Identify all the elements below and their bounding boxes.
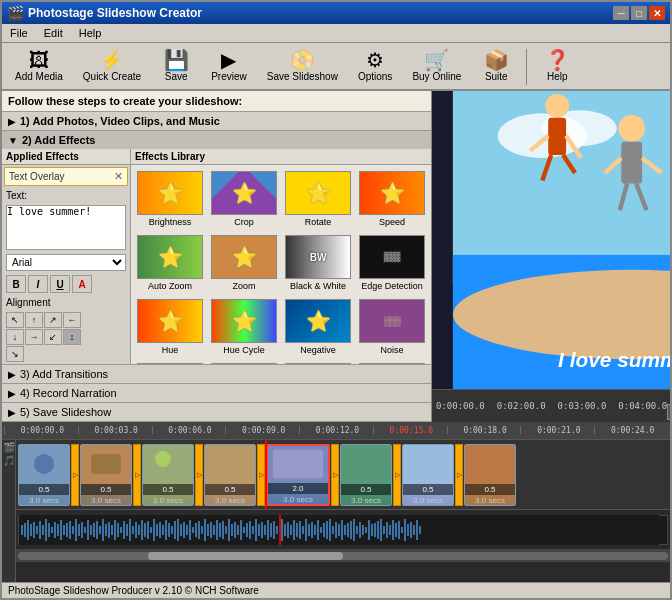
align-down[interactable]: ↓ (6, 329, 24, 345)
svg-rect-141 (332, 526, 334, 534)
clip-3[interactable]: 0.5 3.0 secs (142, 444, 194, 506)
save-button[interactable]: 💾 Save (154, 47, 198, 85)
preview-button[interactable]: ▶ Preview (204, 47, 254, 85)
step3-header[interactable]: ▶ 3) Add Transitions (2, 365, 431, 383)
step2-header[interactable]: ▼ 2) Add Effects (2, 131, 431, 149)
crop-label: Crop (234, 217, 254, 227)
align-topleft[interactable]: ↖ (6, 312, 24, 328)
effect-huecycle[interactable]: ⭐ Hue Cycle (209, 297, 279, 357)
remove-effect-button[interactable]: ✕ (114, 170, 123, 183)
svg-rect-62 (96, 521, 98, 539)
help-icon: ❓ (545, 50, 570, 70)
align-bottomleft[interactable]: ↙ (44, 329, 62, 345)
timeline-scrollbar[interactable] (16, 550, 670, 562)
hue-thumb: ⭐ (137, 299, 203, 343)
effect-brightness[interactable]: ⭐ Brightness (135, 169, 205, 229)
svg-rect-113 (249, 521, 251, 539)
help-button[interactable]: ❓ Help (535, 47, 579, 85)
effect-autozoom[interactable]: ⭐ Auto Zoom (135, 233, 205, 293)
align-bottomright[interactable]: ↘ (6, 346, 24, 362)
add-media-button[interactable]: 🖼 Add Media (8, 47, 70, 85)
effect-posterize[interactable]: P Posterize (357, 361, 427, 364)
align-left[interactable]: ← (63, 312, 81, 328)
step5-label: 5) Save Slideshow (20, 406, 111, 418)
clip-7[interactable]: 0.5 3.0 secs (402, 444, 454, 506)
effect-noise[interactable]: ▒▒▒ Noise (357, 297, 427, 357)
app-icon: 🎬 (7, 5, 24, 21)
speed-label: Speed (379, 217, 405, 227)
effect-oilpainting[interactable]: 🎨 Oil Painting (135, 361, 205, 364)
effect-speed[interactable]: ⭐ Speed (357, 169, 427, 229)
close-button[interactable]: ✕ (649, 6, 665, 20)
clip-6[interactable]: 0.5 3.0 secs (340, 444, 392, 506)
svg-rect-107 (231, 524, 233, 536)
align-topright[interactable]: ↗ (44, 312, 62, 328)
menu-help[interactable]: Help (75, 26, 106, 40)
color-button[interactable]: A (72, 275, 92, 293)
align-top[interactable]: ↑ (25, 312, 43, 328)
effect-hue[interactable]: ⭐ Hue (135, 297, 205, 357)
svg-rect-42 (36, 526, 38, 534)
scrollbar-thumb[interactable] (148, 552, 343, 560)
svg-rect-158 (383, 526, 385, 534)
step4-header[interactable]: ▶ 4) Record Narration (2, 384, 431, 402)
svg-rect-101 (213, 525, 215, 535)
svg-rect-90 (180, 524, 182, 536)
italic-button[interactable]: I (28, 275, 48, 293)
effect-edge[interactable]: ▓▓▓ Edge Detection (357, 233, 427, 293)
minimize-button[interactable]: ─ (613, 6, 629, 20)
svg-rect-54 (72, 526, 74, 534)
step1-header[interactable]: ▶ 1) Add Photos, Video Clips, and Music (2, 112, 431, 130)
svg-rect-92 (186, 525, 188, 535)
svg-rect-170 (419, 526, 421, 534)
underline-button[interactable]: U (50, 275, 70, 293)
step1-section: ▶ 1) Add Photos, Video Clips, and Music (2, 112, 431, 131)
clip-4[interactable]: 0.5 3.0 secs (204, 444, 256, 506)
options-button[interactable]: ⚙ Options (351, 47, 399, 85)
effect-oldfilm[interactable]: 🎞 Old Film (209, 361, 279, 364)
svg-rect-114 (252, 526, 254, 534)
menu-edit[interactable]: Edit (40, 26, 67, 40)
align-right[interactable]: → (25, 329, 43, 345)
effect-crop[interactable]: ⭐ Crop (209, 169, 279, 229)
effect-blackwhite[interactable]: BW Black & White (283, 233, 353, 293)
time-mark-1: 0:00:03.0 (78, 426, 152, 435)
bold-button[interactable]: B (6, 275, 26, 293)
svg-rect-130 (299, 521, 301, 539)
maximize-button[interactable]: □ (631, 6, 647, 20)
effect-negative[interactable]: ⭐ Negative (283, 297, 353, 357)
quick-create-button[interactable]: ⚡ Quick Create (76, 47, 148, 85)
title-bar-left: 🎬 Photostage Slideshow Creator (7, 5, 202, 21)
svg-rect-68 (114, 520, 116, 540)
save-slideshow-button[interactable]: 📀 Save Slideshow (260, 47, 345, 85)
suite-label: Suite (485, 71, 508, 82)
svg-rect-125 (284, 524, 286, 536)
svg-rect-34 (403, 445, 453, 484)
font-family-select[interactable]: Arial (6, 254, 126, 271)
svg-rect-93 (189, 520, 191, 540)
rewind-button[interactable]: ⏮ (667, 404, 670, 420)
svg-rect-100 (210, 522, 212, 538)
suite-button[interactable]: 📦 Suite (474, 47, 518, 85)
time-mark-8: 0:00:24.0 (594, 426, 668, 435)
svg-rect-87 (171, 526, 173, 534)
time-mid2: 0:03:00.0 (558, 401, 607, 411)
step5-header[interactable]: ▶ 5) Save Slideshow (2, 403, 431, 421)
clip-1[interactable]: 0.5 3.0 secs (18, 444, 70, 506)
align-center[interactable]: ↕ (63, 329, 81, 345)
buy-online-button[interactable]: 🛒 Buy Online (405, 47, 468, 85)
menu-file[interactable]: File (6, 26, 32, 40)
effect-rotate[interactable]: ⭐ Rotate (283, 169, 353, 229)
effect-pixelate[interactable]: ⭐ Pixelate (283, 361, 353, 364)
clip-5[interactable]: 2.0 3.0 secs (266, 444, 330, 506)
effect-zoom[interactable]: ⭐ Zoom (209, 233, 279, 293)
step3-label: 3) Add Transitions (20, 368, 108, 380)
svg-rect-61 (93, 523, 95, 537)
overlay-text-input[interactable]: I love summer! (6, 205, 126, 250)
clip-8[interactable]: 0.5 3.0 secs (464, 444, 516, 506)
clip-2[interactable]: 0.5 3.0 secs (80, 444, 132, 506)
svg-rect-104 (222, 521, 224, 539)
transition-1: ▷ (71, 444, 79, 506)
quick-create-icon: ⚡ (99, 50, 124, 70)
applied-effect-item[interactable]: Text Overlay ✕ (4, 167, 128, 186)
